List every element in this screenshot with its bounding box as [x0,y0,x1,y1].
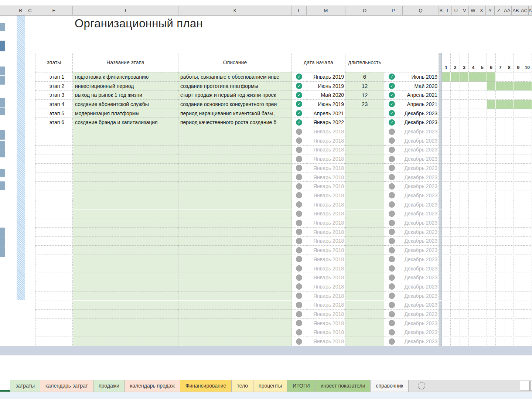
gantt-cell[interactable] [514,301,523,310]
stage-cell[interactable] [35,264,73,273]
stage-cell[interactable] [35,209,73,219]
duration-cell[interactable] [345,246,384,255]
gantt-cell[interactable] [496,228,505,237]
start-status-cell[interactable] [292,337,307,346]
gantt-cell[interactable] [469,328,478,337]
column-header-V[interactable]: V [460,6,469,15]
stage-name-cell[interactable] [73,173,178,182]
end-date-cell[interactable]: Декабрь 2023 [403,282,439,291]
gantt-cell[interactable] [514,200,523,209]
gantt-cell[interactable] [460,228,469,237]
gantt-cell[interactable] [514,191,523,200]
stage-desc-cell[interactable] [178,191,292,200]
gantt-cell[interactable] [469,319,478,328]
gantt-cell[interactable] [451,109,460,118]
start-status-cell[interactable] [292,182,307,191]
duration-cell[interactable] [345,328,384,337]
column-header-B[interactable]: B [16,6,25,15]
gantt-cell[interactable] [442,301,451,310]
gantt-cell[interactable] [487,273,496,282]
gantt-cell[interactable] [442,319,451,328]
start-date-cell[interactable]: Январь 2018 [307,264,345,273]
end-status-cell[interactable]: ✓ [384,91,403,100]
gantt-cell[interactable] [478,328,487,337]
start-status-cell[interactable] [292,273,307,282]
column-header-L[interactable]: L [292,6,307,15]
gantt-cell[interactable] [451,328,460,337]
start-date-cell[interactable]: Январь 2018 [307,136,345,146]
gantt-cell[interactable] [514,246,523,255]
gantt-cell[interactable] [505,200,514,209]
column-header-Q[interactable]: Q [403,6,439,15]
gantt-cell[interactable] [496,127,505,136]
gantt-cell[interactable] [460,209,469,219]
gantt-cell[interactable] [469,273,478,282]
gantt-cell[interactable] [451,91,460,100]
column-header-AC[interactable]: AC [520,6,529,15]
stage-name-cell[interactable]: инвестиционный период [73,82,178,91]
end-status-cell[interactable] [384,191,403,200]
stage-name-cell[interactable]: модернизация платформы [73,109,178,118]
gantt-cell[interactable] [514,264,523,273]
gantt-cell[interactable] [478,319,487,328]
start-date-cell[interactable]: Июнь 2019 [307,100,345,109]
gantt-cell[interactable] [514,273,523,282]
gantt-cell[interactable] [442,154,451,164]
stage-cell[interactable]: этап 3 [35,91,73,100]
end-date-cell[interactable]: Декабрь 2023 [403,228,439,237]
gantt-cell[interactable] [514,291,523,301]
sheet-tab-6[interactable]: тело [232,380,253,392]
gantt-cell[interactable] [460,310,469,319]
gantt-cell[interactable] [496,246,505,255]
gantt-cell[interactable] [505,337,514,346]
gantt-cell[interactable] [514,218,523,228]
stage-name-cell[interactable] [73,146,178,155]
gantt-cell[interactable] [442,228,451,237]
gantt-cell[interactable] [523,337,532,346]
gantt-bar-cell[interactable] [487,100,496,109]
gantt-bar-cell[interactable] [523,100,532,109]
gantt-cell[interactable] [442,337,451,346]
gantt-cell[interactable] [478,273,487,282]
end-status-cell[interactable]: ✓ [384,100,403,109]
gantt-cell[interactable] [505,164,514,173]
end-date-cell[interactable]: Декабрь 2023 [403,237,439,246]
stage-desc-cell[interactable] [178,237,292,246]
gantt-cell[interactable] [460,136,469,146]
gantt-cell[interactable] [451,136,460,146]
gantt-cell[interactable] [487,328,496,337]
gantt-cell[interactable] [460,164,469,173]
gantt-cell[interactable] [505,237,514,246]
gantt-cell[interactable] [460,273,469,282]
start-status-cell[interactable] [292,173,307,182]
stage-cell[interactable]: этап 4 [35,100,73,109]
duration-cell[interactable]: 6 [345,72,384,82]
gantt-cell[interactable] [460,328,469,337]
start-date-cell[interactable]: Январь 2018 [307,228,345,237]
gantt-cell[interactable] [487,218,496,228]
gantt-cell[interactable] [451,255,460,264]
gantt-cell[interactable] [505,310,514,319]
start-date-cell[interactable]: Январь 2018 [307,328,345,337]
gantt-bar-cell[interactable] [496,100,505,109]
gantt-cell[interactable] [469,136,478,146]
end-status-cell[interactable] [384,173,403,182]
gantt-cell[interactable] [469,109,478,118]
gantt-cell[interactable] [496,154,505,164]
stage-desc-cell[interactable] [178,218,292,228]
start-date-cell[interactable]: Январь 2018 [307,164,345,173]
stage-name-cell[interactable] [73,301,178,310]
gantt-bar-cell[interactable] [469,72,478,82]
stage-desc-cell[interactable]: работы, связанные с обоснованием инве [178,72,292,82]
stage-desc-cell[interactable] [178,319,292,328]
end-date-cell[interactable]: Декабрь 2023 [403,209,439,219]
end-status-cell[interactable]: ✓ [384,82,403,91]
gantt-cell[interactable] [523,291,532,301]
start-status-cell[interactable] [292,264,307,273]
sheet-tab-2[interactable]: календарь затрат [40,380,93,392]
gantt-cell[interactable] [523,173,532,182]
duration-cell[interactable] [345,209,384,219]
end-date-cell[interactable]: Декабрь 2023 [403,255,439,264]
gantt-cell[interactable] [460,173,469,182]
gantt-cell[interactable] [487,209,496,219]
